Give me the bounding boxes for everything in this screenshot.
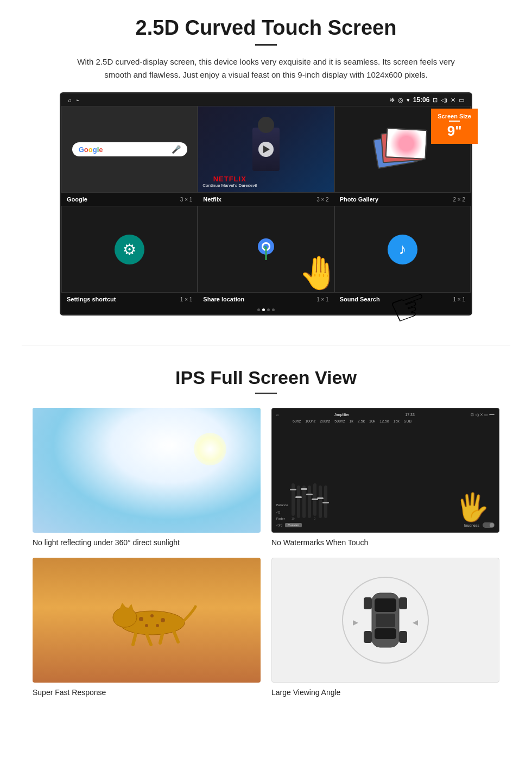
- status-time: 15:06: [413, 96, 430, 104]
- google-label: Google 3 × 1: [61, 195, 198, 204]
- share-location-cell[interactable]: G 🤚: [198, 206, 334, 293]
- svg-point-9: [150, 614, 154, 617]
- amp-icons: ⊡ ◁) ✕ ▭ ⟵: [471, 413, 495, 417]
- amp-home-icon: ⌂: [276, 413, 278, 417]
- section1-title: 2.5D Curved Touch Screen: [33, 16, 499, 40]
- sound-app-name: Sound Search: [340, 296, 380, 302]
- svg-line-16: [174, 631, 178, 642]
- google-mic-icon[interactable]: 🎤: [172, 145, 181, 154]
- wifi-icon: ▾: [407, 97, 410, 104]
- section2-title: IPS Full Screen View: [33, 367, 499, 388]
- amp-db-labels: Balance ◁) Fader: [276, 503, 288, 520]
- screen-badge-size: 9": [438, 123, 471, 140]
- amp-slider-3: [302, 485, 306, 518]
- dot-4[interactable]: [272, 308, 275, 311]
- cheetah-label: Super Fast Response: [33, 688, 261, 697]
- sunlight-image: [33, 408, 261, 533]
- flower-image: [387, 129, 427, 159]
- amp-title: Amplifier: [334, 413, 349, 417]
- car-svg: [347, 582, 423, 658]
- sun-background: [33, 408, 261, 533]
- amp-slider-1: 10: [292, 483, 295, 520]
- svg-marker-6: [119, 603, 128, 609]
- dot-3[interactable]: [267, 308, 270, 311]
- svg-line-14: [147, 634, 151, 645]
- svg-point-5: [113, 608, 137, 627]
- usb-icon: ⌁: [76, 97, 80, 104]
- dot-1[interactable]: [257, 308, 260, 311]
- photo-app-name: Photo Gallery: [340, 196, 379, 203]
- google-logo: Google: [79, 146, 103, 154]
- music-note-icon: ♪: [398, 241, 406, 258]
- settings-app-cell[interactable]: ⚙: [61, 206, 198, 293]
- share-app-size: 1 × 1: [316, 297, 329, 302]
- google-app-size: 3 × 1: [180, 197, 193, 203]
- svg-rect-21: [364, 597, 372, 609]
- title-divider: [255, 44, 277, 46]
- amp-slider-2: [297, 485, 300, 518]
- netflix-app-cell[interactable]: NETFLIX Continue Marvel's Daredevil: [198, 106, 334, 193]
- svg-point-10: [161, 618, 165, 622]
- photo-label: Photo Gallery 2 × 2: [334, 195, 471, 204]
- svg-rect-23: [364, 631, 372, 643]
- section2-divider: [255, 393, 277, 394]
- settings-icon-wrap: ⚙: [115, 235, 144, 264]
- feature-grid: No light reflecting under 360° direct su…: [33, 408, 499, 697]
- svg-rect-19: [375, 628, 396, 639]
- google-maps-icon: G: [252, 236, 280, 263]
- section1-description: With 2.5D curved-display screen, this de…: [76, 55, 456, 81]
- settings-app-size: 1 × 1: [180, 297, 193, 302]
- dot-2[interactable]: [262, 308, 265, 311]
- svg-rect-22: [399, 597, 407, 609]
- sound-search-cell[interactable]: ♪: [334, 206, 471, 293]
- svg-point-11: [145, 624, 148, 627]
- section-separator: [22, 345, 510, 345]
- amp-slider-4: [308, 485, 311, 518]
- netflix-play-button[interactable]: [258, 142, 274, 157]
- status-left: ⌂ ⌁: [68, 97, 80, 104]
- share-label: Share location 1 × 1: [198, 295, 334, 304]
- screen-badge-title: Screen Size: [438, 113, 471, 119]
- netflix-label: Netflix 3 × 2: [198, 195, 334, 204]
- amp-status-bar: ⌂ Amplifier 17:33 ⊡ ◁) ✕ ▭ ⟵: [276, 413, 495, 417]
- camera-icon[interactable]: ⊡: [433, 97, 438, 104]
- device-wrapper: Screen Size 9" ⌂ ⌁ ✻ ◎ ▾ 15:06 ⊡ ◁) ✕: [60, 92, 472, 316]
- amp-sliders-container: Balance ◁) Fader 10: [276, 425, 495, 520]
- svg-rect-18: [375, 598, 396, 612]
- feature-amplifier: ⌂ Amplifier 17:33 ⊡ ◁) ✕ ▭ ⟵ 60hz100hz20…: [271, 408, 499, 547]
- car-label: Large Viewing Angle: [271, 688, 499, 697]
- section-curved-touch: 2.5D Curved Touch Screen With 2.5D curve…: [0, 0, 532, 329]
- svg-point-12: [156, 624, 159, 627]
- location-icon: ◎: [398, 97, 403, 104]
- netflix-app-name: Netflix: [203, 196, 221, 203]
- netflix-logo: NETFLIX: [202, 175, 257, 183]
- screen-badge-divider: [449, 121, 460, 122]
- sound-app-size: 1 × 1: [453, 297, 465, 302]
- window-icon[interactable]: ▭: [459, 97, 464, 104]
- car-circle: [342, 577, 429, 664]
- svg-text:G: G: [263, 245, 267, 250]
- svg-rect-20: [376, 614, 395, 627]
- play-triangle-icon: [263, 146, 270, 153]
- feature-car: Large Viewing Angle: [271, 558, 499, 697]
- amp-freq-labels: 60hz100hz200hz500hz1k2.5k10k12.5k15kSUB: [276, 419, 495, 423]
- music-icon-wrap: ♪: [388, 235, 417, 264]
- home-icon[interactable]: ⌂: [68, 97, 72, 103]
- google-search-bar[interactable]: Google 🎤: [72, 142, 187, 156]
- sun-glow: [194, 433, 226, 465]
- feature-cheetah: Super Fast Response: [33, 558, 261, 697]
- cheetah-scene: [33, 558, 261, 683]
- google-app-name: Google: [67, 196, 87, 203]
- amp-time: 17:33: [405, 413, 415, 417]
- share-app-name: Share location: [203, 296, 244, 302]
- google-app-cell[interactable]: Google 🎤: [61, 106, 198, 193]
- amp-bottom-controls: ◁◁ Custom loudness: [276, 522, 495, 528]
- svg-point-8: [139, 617, 143, 621]
- amp-slider-5: 0: [313, 483, 316, 520]
- close-icon[interactable]: ✕: [451, 97, 455, 104]
- volume-icon[interactable]: ◁): [441, 97, 447, 104]
- amplifier-label: No Watermarks When Touch: [271, 538, 499, 547]
- app-labels-row1: Google 3 × 1 Netflix 3 × 2 Photo Gallery…: [61, 193, 471, 206]
- app-grid-row1: Google 🎤: [61, 106, 471, 193]
- cheetah-image: [33, 558, 261, 683]
